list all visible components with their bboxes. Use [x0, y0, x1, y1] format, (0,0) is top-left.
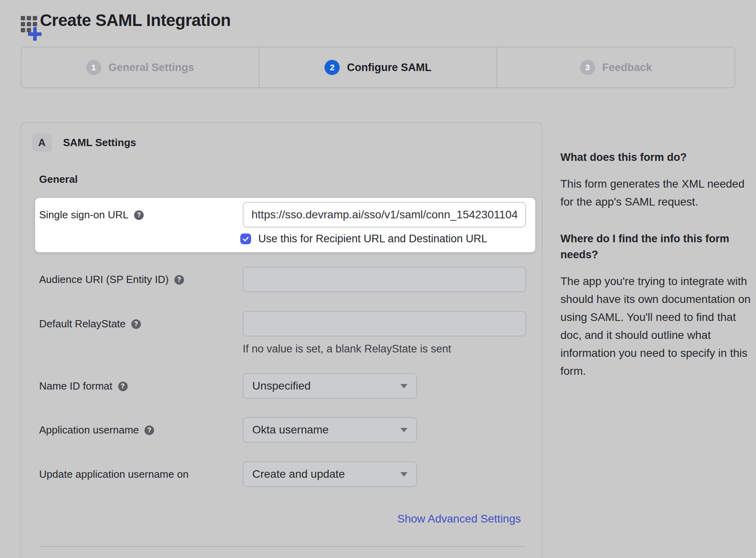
step-3-label: Feedback — [602, 61, 652, 74]
relay-state-input[interactable] — [243, 311, 526, 336]
panel-divider — [39, 546, 526, 547]
audience-uri-label: Audience URI (SP Entity ID) ? — [39, 267, 243, 286]
app-username-value: Okta username — [252, 423, 329, 436]
app-username-select[interactable]: Okta username — [243, 417, 417, 443]
step-2-label: Configure SAML — [347, 61, 431, 74]
step-1-label: General Settings — [109, 61, 194, 74]
audience-uri-help-icon[interactable]: ? — [174, 275, 184, 285]
create-saml-integration-page: Create SAML Integration 1 General Settin… — [0, 0, 756, 558]
checkmark-icon — [242, 235, 249, 243]
step-1-circle: 1 — [86, 60, 101, 75]
page-title: Create SAML Integration — [40, 11, 231, 30]
add-app-grid-plus-icon — [21, 16, 39, 34]
show-advanced-settings-link[interactable]: Show Advanced Settings — [397, 512, 521, 525]
name-id-format-label: Name ID format ? — [39, 373, 243, 392]
app-username-label: Application username ? — [39, 417, 243, 436]
update-app-username-value: Create and update — [252, 468, 345, 481]
chevron-down-icon — [400, 472, 408, 477]
recipient-destination-checkbox-row: Use this for Recipient URL and Destinati… — [240, 233, 526, 245]
help-body-what: This form generates the XML needed for t… — [560, 175, 752, 211]
recipient-destination-checkbox-label: Use this for Recipient URL and Destinati… — [258, 233, 487, 245]
sso-url-label: Single sign-on URL ? — [39, 202, 243, 221]
relay-state-hint: If no value is set, a blank RelayState i… — [243, 343, 526, 355]
plus-icon — [28, 27, 42, 41]
update-app-username-label: Update application username on — [39, 461, 243, 481]
help-heading-what: What does this form do? — [560, 149, 752, 165]
audience-uri-label-text: Audience URI (SP Entity ID) — [39, 273, 169, 286]
general-section-heading: General — [39, 173, 526, 186]
name-id-format-value: Unspecified — [252, 380, 311, 392]
audience-uri-control — [243, 267, 526, 292]
app-username-row: Application username ? Okta username — [39, 417, 526, 443]
step-general-settings[interactable]: 1 General Settings — [22, 47, 259, 87]
app-username-label-text: Application username — [39, 424, 139, 436]
audience-uri-row: Audience URI (SP Entity ID) ? — [39, 267, 526, 292]
name-id-format-select[interactable]: Unspecified — [243, 373, 417, 399]
help-body-where: The app you're trying to integrate with … — [560, 272, 752, 380]
name-id-format-row: Name ID format ? Unspecified — [39, 373, 526, 399]
update-app-username-label-text: Update application username on — [39, 468, 188, 481]
step-feedback[interactable]: 3 Feedback — [497, 47, 734, 87]
relay-state-control: If no value is set, a blank RelayState i… — [243, 311, 526, 355]
wizard-steps: 1 General Settings 2 Configure SAML 3 Fe… — [21, 47, 735, 88]
audience-uri-input[interactable] — [243, 267, 526, 292]
app-username-help-icon[interactable]: ? — [144, 425, 154, 435]
sso-url-control: Use this for Recipient URL and Destinati… — [243, 202, 526, 245]
chevron-down-icon — [400, 384, 408, 388]
chevron-down-icon — [400, 428, 408, 432]
step-configure-saml[interactable]: 2 Configure SAML — [259, 47, 497, 87]
relay-state-help-icon[interactable]: ? — [131, 319, 141, 329]
section-a-badge: A — [32, 133, 52, 152]
sso-url-label-text: Single sign-on URL — [39, 209, 129, 221]
help-heading-where: Where do I find the info this form needs… — [560, 231, 752, 263]
update-app-username-select[interactable]: Create and update — [243, 461, 417, 487]
panel-header: A SAML Settings — [32, 133, 542, 152]
panel-title: SAML Settings — [63, 137, 136, 149]
sso-url-input[interactable] — [243, 202, 526, 228]
relay-state-label: Default RelayState ? — [39, 311, 243, 330]
help-sidebar: What does this form do? This form genera… — [560, 149, 752, 380]
advanced-settings-row: Show Advanced Settings — [39, 512, 526, 525]
name-id-format-help-icon[interactable]: ? — [118, 382, 128, 391]
sso-url-help-icon[interactable]: ? — [134, 210, 144, 220]
step-2-circle: 2 — [325, 60, 340, 75]
name-id-format-label-text: Name ID format — [39, 380, 113, 392]
relay-state-label-text: Default RelayState — [39, 318, 126, 330]
saml-settings-panel: A SAML Settings General Single sign-on U… — [21, 122, 542, 558]
step-3-circle: 3 — [580, 60, 595, 75]
recipient-destination-checkbox[interactable] — [240, 233, 251, 244]
update-app-username-row: Update application username on Create an… — [39, 461, 526, 487]
relay-state-row: Default RelayState ? If no value is set,… — [39, 311, 526, 355]
sso-url-row: Single sign-on URL ? Use this for Recipi… — [35, 198, 535, 252]
